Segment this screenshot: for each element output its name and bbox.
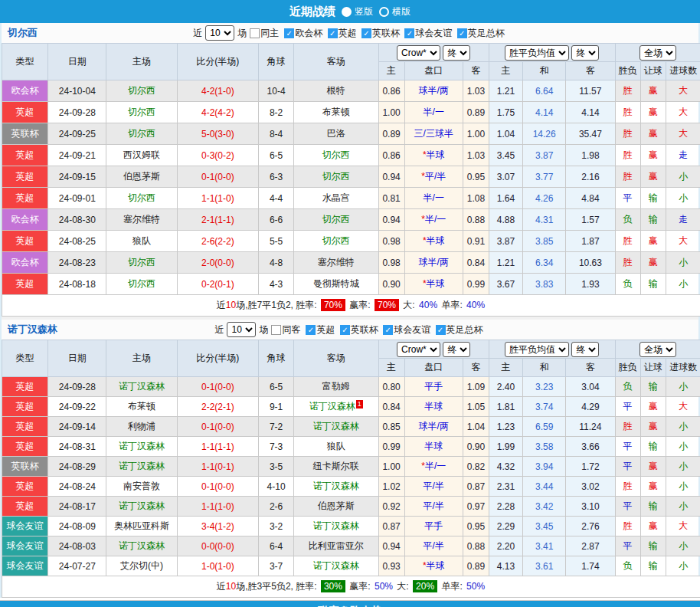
league-checkbox[interactable] [383,325,393,335]
same-home-checkbox[interactable] [250,28,260,38]
match-date: 24-08-17 [48,497,106,517]
col-handicap: 盘口 [404,359,463,377]
away-team: 水晶宫 [294,188,378,209]
avg-home: 2.29 [489,517,522,536]
league-checkbox[interactable] [306,325,316,335]
match-row: 英超 24-09-21 西汉姆联 0-3(0-2) 6-5 切尔西 0.86 *… [2,145,700,166]
col-odds-away: 客 [463,359,489,377]
win-odds-badge: 70% [375,299,399,311]
league-checkbox[interactable] [361,28,371,38]
odds-away: 0.99 [463,274,489,295]
big-label: 大: [403,300,414,310]
layout-radio-horizontal[interactable]: 横版 [379,5,411,18]
handicap-text: 半/一 [425,461,446,471]
match-row: 欧会杯 24-10-04 切尔西 4-2(1-0) 10-4 根特 0.86 球… [2,80,700,102]
same-away-checkbox[interactable] [271,325,281,335]
goals-result: 小 [666,166,700,188]
league-checkbox[interactable] [457,28,467,38]
goals-result: 小 [666,437,700,457]
league-checkbox-item[interactable]: 欧会杯 [284,27,322,40]
avg-away: 2.76 [566,517,615,536]
league-checkbox-item[interactable]: 英足总杯 [457,27,505,40]
handicap: 三/三球半 [404,123,463,145]
league-checkbox[interactable] [404,28,414,38]
home-team: 艾尔切(中) [106,556,177,576]
odds-home: 0.94 [378,166,404,188]
table-header-row-1: 类型 日期 主场 比分(半场) 角球 客场 Crow* 终 胜平负均值 终 全场 [2,44,700,62]
score-halftime: 2-1(1-1) [177,209,258,231]
handicap-text: 平/半 [425,171,446,182]
fulltime-select[interactable]: 全场 [639,342,676,357]
summary-count: 10 [226,581,236,592]
away-team: 伯恩茅斯 [294,497,378,517]
odds-away: 0.89 [463,102,489,123]
avg-select[interactable]: 胜平负均值 [505,342,569,357]
league-checkbox-item[interactable]: 英联杯 [361,27,400,40]
league-checkbox-item[interactable]: 英联杯 [340,323,378,336]
avg-final-select[interactable]: 终 [571,342,599,357]
league-checkbox-item[interactable]: 球会友谊 [404,27,452,40]
radio-horizontal-label: 横版 [392,5,411,18]
odds-final-select[interactable]: 终 [443,45,470,61]
odds-final-select[interactable]: 终 [443,342,470,357]
fulltime-select[interactable]: 全场 [639,45,676,61]
league-checkbox-item[interactable]: 英足总杯 [436,323,483,336]
corners: 4-8 [259,252,294,274]
match-rows-body: 英超 24-09-28 诺丁汉森林 0-1(0-0) 6-5 富勒姆 0.80 … [2,377,700,576]
avg-final-select[interactable]: 终 [571,45,599,61]
goals-result: 小 [666,417,700,437]
odds-away: 0.97 [463,497,489,517]
league-type-badge: 欧会杯 [2,252,48,274]
corners: 2-6 [259,497,294,517]
away-team-name: 曼彻斯特城 [313,278,359,289]
score-halftime: 1-1(1-0) [177,497,258,517]
avg-away: 4.29 [566,397,615,417]
match-rows-body: 欧会杯 24-10-04 切尔西 4-2(1-0) 10-4 根特 0.86 球… [2,80,700,295]
score-halftime: 0-1(0-0) [177,477,258,497]
same-away-checkbox-item[interactable]: 同客 [271,323,300,336]
odds-home: 0.98 [378,231,404,252]
league-checkbox-item[interactable]: 英超 [328,27,357,40]
avg-draw: 3.23 [523,377,566,397]
league-checkbox-item[interactable]: 英超 [306,323,335,336]
away-team: 纽卡斯尔联 [294,457,378,477]
single-label: 单率: [441,300,462,310]
score-halftime: 4-2(1-0) [177,80,258,102]
avg-draw: 3.41 [523,536,566,556]
bookmaker-select[interactable]: Crow* [397,342,440,357]
league-checkbox[interactable] [284,28,294,38]
handicap-result: 输 [640,209,666,231]
avg-draw: 6.64 [523,80,566,102]
near-count-select[interactable]: 10 [205,25,234,41]
bookmaker-select[interactable]: Crow* [397,45,440,61]
same-home-checkbox-item[interactable]: 同主 [250,27,279,40]
away-team-name: 诺丁汉森林 [309,401,355,412]
match-date: 24-08-24 [48,477,106,497]
handicap: *半球 [404,145,463,166]
goals-result: 大 [666,80,700,102]
odds-home: 0.84 [378,397,404,417]
handicap-text: 球半/两 [419,421,449,431]
avg-select[interactable]: 胜平负均值 [505,45,569,61]
goals-result: 小 [666,252,700,274]
handicap: 球半/两 [404,80,463,102]
match-date: 24-10-04 [48,80,106,102]
match-row: 欧会杯 24-08-30 塞尔维特 2-1(1-1) 6-6 切尔西 0.94 … [2,209,700,231]
layout-radio-vertical[interactable]: 竖版 [342,5,373,18]
league-checkbox-item[interactable]: 球会友谊 [383,323,430,336]
avg-draw: 14.26 [523,123,566,145]
league-checkbox[interactable] [436,325,446,335]
handicap: 半球 [404,397,463,417]
corners: 4-3 [259,274,294,295]
near-count-select[interactable]: 10 [227,322,256,337]
match-row: 球会友谊 24-08-09 奥林匹亚科斯 3-4(1-2) 3-2 诺丁汉森林 … [2,517,700,536]
odds-home: 1.00 [378,457,404,477]
league-checkbox[interactable] [340,325,350,335]
recent-matches-table-forest: 类型 日期 主场 比分(半场) 角球 客场 Crow* 终 胜平负均值 终 全场 [2,340,700,598]
match-date: 24-09-28 [48,377,106,397]
corners: 8-2 [259,102,294,123]
league-type-badge: 欧会杯 [2,80,48,102]
odds-home: 0.87 [378,517,404,536]
avg-draw: 3.61 [523,556,566,576]
league-checkbox[interactable] [328,28,338,38]
